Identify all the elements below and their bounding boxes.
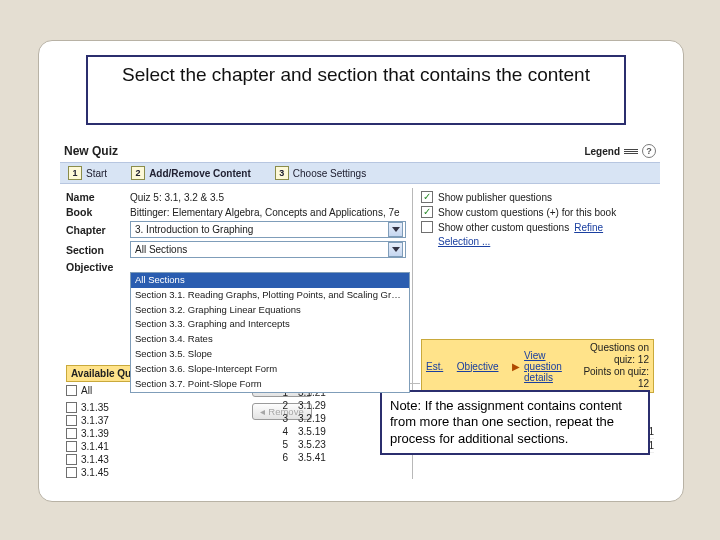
select-all-checkbox[interactable]	[66, 385, 77, 396]
label-book: Book	[66, 206, 124, 218]
refine-link[interactable]: Refine	[574, 222, 603, 233]
chevron-down-icon	[388, 222, 403, 237]
callout-note: Note: If the assignment contains content…	[380, 390, 650, 455]
show-custom: Show custom questions (+) for this book	[421, 206, 654, 218]
quiz-stats: Questions on quiz: 12 Points on quiz: 12	[574, 342, 649, 390]
show-publisher: Show publisher questions	[421, 191, 654, 203]
show-other: Show other custom questions Refine	[421, 221, 654, 233]
step-settings[interactable]: 3Choose Settings	[275, 166, 366, 180]
chevron-down-icon	[388, 242, 403, 257]
label-chapter: Chapter	[66, 224, 124, 236]
section-option[interactable]: Section 3.7. Point-Slope Form	[131, 377, 409, 392]
section-dropdown[interactable]: All Sections Section 3.1. Reading Graphs…	[130, 272, 410, 393]
section-option[interactable]: Section 3.1. Reading Graphs, Plotting Po…	[131, 288, 409, 303]
section-option[interactable]: Section 3.4. Rates	[131, 332, 409, 347]
section-option[interactable]: Section 3.5. Slope	[131, 347, 409, 362]
label-name: Name	[66, 191, 124, 203]
title-bar: New Quiz Legend ?	[60, 140, 660, 162]
help-icon[interactable]: ?	[642, 144, 656, 158]
legend-icon	[624, 149, 638, 154]
section-selected: All Sections	[135, 244, 187, 255]
view-details-link[interactable]: View question details	[524, 350, 574, 383]
section-option[interactable]: Section 3.2. Graphing Linear Equations	[131, 303, 409, 318]
chapter-selected: 3. Introduction to Graphing	[135, 224, 253, 235]
list-item: 3.1.45	[66, 466, 406, 479]
section-option[interactable]: All Sections	[131, 273, 409, 288]
triangle-icon: ▶	[512, 361, 520, 372]
name-value: Quiz 5: 3.1, 3.2 & 3.5	[130, 192, 406, 203]
chapter-select[interactable]: 3. Introduction to Graphing	[130, 221, 406, 238]
legend-label: Legend	[584, 146, 620, 157]
label-section: Section	[66, 244, 124, 256]
label-objective: Objective	[66, 261, 124, 273]
step-start[interactable]: 1Start	[68, 166, 107, 180]
select-all-label[interactable]: All	[81, 385, 92, 396]
step-add-remove[interactable]: 2Add/Remove Content	[131, 166, 251, 180]
objective-link[interactable]: Objective	[457, 361, 499, 372]
section-option[interactable]: Section 3.6. Slope-Intercept Form	[131, 362, 409, 377]
callout-title: Select the chapter and section that cont…	[86, 55, 626, 125]
legend-area: Legend ?	[584, 144, 656, 158]
quiz-questions-header: Est. Objective ▶View question details Qu…	[421, 339, 654, 393]
est-link[interactable]: Est.	[426, 361, 443, 372]
book-value: Bittinger: Elementary Algebra, Concepts …	[130, 207, 406, 218]
window-title: New Quiz	[64, 144, 118, 158]
section-select[interactable]: All Sections	[130, 241, 406, 258]
wizard-steps: 1Start 2Add/Remove Content 3Choose Setti…	[60, 162, 660, 184]
selection-link[interactable]: Selection ...	[438, 236, 490, 247]
section-option[interactable]: Section 3.3. Graphing and Intercepts	[131, 317, 409, 332]
